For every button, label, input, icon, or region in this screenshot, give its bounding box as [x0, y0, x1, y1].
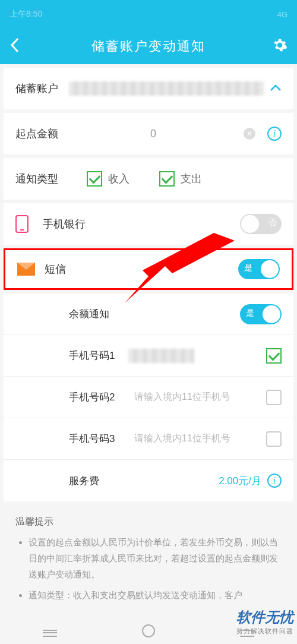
chevron-up-icon: [270, 83, 282, 95]
threshold-row: 起点金额 0 ✕ i: [4, 113, 293, 154]
phone3-label: 手机号码3: [69, 432, 122, 446]
expense-checkbox[interactable]: 支出: [159, 171, 202, 187]
phone1-label: 手机号码1: [69, 349, 122, 362]
account-number-redacted: [69, 81, 264, 96]
threshold-label: 起点金额: [15, 127, 63, 141]
checkbox-checked-icon: [87, 171, 102, 187]
back-button[interactable]: [10, 37, 26, 56]
nav-home-button[interactable]: [142, 624, 155, 637]
clear-button[interactable]: ✕: [244, 128, 255, 140]
phone2-row: 手机号码2 请输入境内11位手机号: [4, 377, 293, 418]
tips-title: 温馨提示: [15, 516, 282, 528]
threshold-input[interactable]: 0: [63, 128, 244, 140]
phone1-checkbox[interactable]: [266, 348, 282, 364]
status-network: 4G: [277, 10, 287, 19]
phone3-row: 手机号码3 请输入境内11位手机号: [4, 418, 293, 460]
fee-row: 服务费 2.00元/月 i: [4, 460, 293, 501]
phone2-checkbox[interactable]: [266, 390, 282, 405]
phone3-input[interactable]: 请输入境内11位手机号: [134, 433, 266, 445]
phone-icon: [15, 215, 34, 233]
account-label: 储蓄账户: [15, 81, 63, 96]
fee-value: 2.00元/月: [122, 474, 261, 488]
account-row[interactable]: 储蓄账户: [4, 68, 293, 109]
phone3-checkbox[interactable]: [266, 431, 282, 447]
status-bar: 上午8:50 4G: [0, 0, 297, 29]
notify-type-row: 通知类型 收入 支出: [4, 158, 293, 200]
income-checkbox[interactable]: 收入: [87, 171, 129, 187]
fee-label: 服务费: [69, 474, 122, 488]
tip-item: 通知类型：收入和支出交易默认均发送变动通知，客户: [29, 587, 282, 603]
balance-notify-toggle[interactable]: 是: [240, 304, 282, 324]
income-label: 收入: [108, 172, 129, 186]
sms-label: 短信: [45, 262, 92, 276]
tips-section: 温馨提示 设置的起点金额以人民币为计价单位，若发生外币交易，则以当日的中间汇率折…: [4, 505, 293, 618]
sms-row: 短信 是: [4, 248, 293, 290]
status-time: 上午8:50: [10, 9, 277, 20]
phone2-label: 手机号码2: [69, 390, 122, 404]
mobile-bank-toggle[interactable]: 否: [240, 214, 282, 234]
nav-recent-button[interactable]: [240, 625, 254, 637]
balance-notify-label: 余额通知: [69, 307, 122, 321]
nav-back-button[interactable]: [43, 625, 57, 637]
info-icon[interactable]: i: [267, 473, 282, 488]
tip-item: 设置的起点金额以人民币为计价单位，若发生外币交易，则以当日的中间汇率折算成人民币…: [29, 534, 282, 582]
page-title: 储蓄账户变动通知: [26, 37, 271, 55]
android-navbar: [0, 618, 297, 644]
balance-notify-row: 余额通知 是: [4, 293, 293, 335]
checkbox-checked-icon: [159, 171, 175, 187]
phone1-value-redacted: [128, 349, 194, 363]
notify-type-label: 通知类型: [15, 172, 63, 186]
phone2-input[interactable]: 请输入境内11位手机号: [134, 391, 266, 403]
mail-icon: [17, 263, 36, 276]
phone1-row: 手机号码1: [4, 335, 293, 377]
info-icon[interactable]: i: [267, 127, 282, 141]
settings-button[interactable]: [271, 37, 287, 55]
expense-label: 支出: [181, 172, 202, 186]
mobile-bank-label: 手机银行: [43, 217, 90, 231]
header-bar: 储蓄账户变动通知: [0, 29, 297, 64]
mobile-bank-row: 手机银行 否: [4, 203, 293, 245]
sms-toggle[interactable]: 是: [238, 259, 280, 279]
